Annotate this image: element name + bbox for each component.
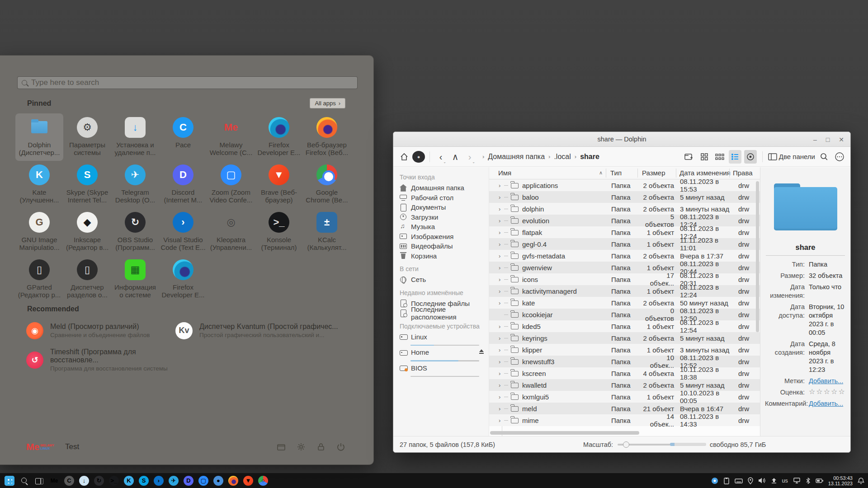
expander-icon[interactable]: › (499, 394, 504, 400)
expander-icon[interactable]: › (499, 229, 504, 236)
breadcrumb-item[interactable]: › .local (548, 153, 571, 161)
taskbar-app-icon[interactable]: C (63, 475, 75, 487)
expander-icon[interactable]: › (499, 417, 504, 424)
info-value[interactable]: Папка (809, 260, 846, 269)
taskbar-app-icon[interactable] (227, 475, 239, 487)
sidebar-recent-item[interactable]: Последние расположения (400, 308, 489, 318)
app-tile[interactable]: ↻ OBS Studio (Программ... (111, 208, 159, 256)
info-value[interactable]: Добавить... (809, 377, 846, 385)
maximize-button[interactable]: □ (826, 136, 830, 143)
app-tile[interactable]: Firefox Developer E... (159, 256, 207, 303)
settings-gear-icon[interactable] (297, 442, 306, 451)
app-tile[interactable]: ▼ Brave (Веб-браузер) (255, 161, 303, 208)
taskbar-app-icon[interactable] (4, 475, 15, 487)
info-value[interactable]: Среда, 8 ноября 2023 г. в 12:23 (809, 340, 846, 374)
sidebar-place-item[interactable]: Корзина (400, 251, 489, 261)
volume-icon[interactable] (758, 477, 766, 484)
app-tile[interactable]: › Visual Studio Code (Text E... (159, 208, 207, 256)
network-icon[interactable] (793, 477, 801, 484)
hamburger-menu-icon[interactable] (833, 150, 846, 164)
expander-icon[interactable]: › (499, 182, 504, 189)
app-tile[interactable]: ▯ Диспетчер разделов о... (63, 256, 111, 303)
power-icon[interactable] (336, 442, 345, 451)
taskbar-app-icon[interactable]: D (183, 475, 194, 487)
keyboard-layout-indicator[interactable]: us (782, 478, 788, 484)
info-value[interactable]: Только что (809, 283, 846, 300)
taskbar-app-icon[interactable]: K (123, 475, 135, 487)
app-tile[interactable]: ◆ Inkscape (Редактор в... (63, 208, 111, 256)
expander-icon[interactable]: › (499, 206, 504, 212)
expander-icon[interactable]: › (499, 253, 504, 259)
expander-icon[interactable]: › (499, 370, 504, 377)
sidebar-place-item[interactable]: Домашняя папка (400, 183, 489, 193)
expander-icon[interactable]: › (499, 264, 504, 271)
sidebar-device-item[interactable]: Home (400, 347, 489, 363)
expander-icon[interactable]: › (499, 241, 504, 248)
sidebar-place-item[interactable]: Изображения (400, 232, 489, 242)
table-row[interactable]: › kxmlgui5 Папка 1 объект 10.10.2023 в 0… (489, 391, 760, 403)
close-button[interactable]: ✕ (839, 136, 844, 143)
info-value[interactable]: Вторник, 10 октября 2023 г. в 00:05 (809, 303, 846, 337)
column-header-name[interactable]: Имя (498, 169, 511, 177)
app-tile[interactable]: D Discord (Internet M... (159, 161, 207, 208)
app-tile[interactable]: ↓ Установка и удаление п... (111, 113, 159, 161)
sidebar-place-item[interactable]: Загрузки (400, 212, 489, 222)
taskbar-app-icon[interactable]: S (138, 475, 150, 487)
notifications-bell-icon[interactable] (858, 477, 864, 484)
preview-toggle-icon[interactable] (744, 150, 757, 164)
taskbar-app-icon[interactable]: ● (212, 475, 224, 487)
taskbar-app-icon[interactable]: › (153, 475, 165, 487)
forward-button[interactable]: ›⌄ (463, 150, 476, 164)
recommended-item[interactable]: Kv Диспетчер Kvantum (Простой графичес..… (175, 316, 347, 345)
expander-icon[interactable]: › (499, 382, 504, 389)
expander-icon[interactable]: › (499, 358, 504, 365)
app-tile[interactable]: Firefox Developer E... (255, 113, 303, 161)
info-value[interactable]: Добавить... (809, 399, 846, 408)
app-tile[interactable]: S Skype (Skype Internet Tel... (63, 161, 111, 208)
taskbar-app-icon[interactable]: ○ (257, 475, 269, 487)
app-tile[interactable]: G GNU Image Manipulatio... (15, 208, 63, 256)
user-name[interactable]: Test (65, 442, 79, 451)
table-row[interactable]: › applications Папка 2 объекта 08.11.202… (489, 179, 760, 191)
app-tile[interactable]: ◎ Kleopatra (Управлени... (207, 208, 255, 256)
files-icon[interactable] (277, 442, 286, 451)
eject-icon[interactable] (479, 349, 484, 354)
app-tile[interactable]: Веб-браузер Firefox (Веб... (303, 113, 351, 161)
recommended-item[interactable]: ◉ Meld (Просмотр различий) Сравнение и о… (26, 316, 175, 345)
app-tile[interactable]: ▢ Zoom (Zoom Video Confe... (207, 161, 255, 208)
taskbar-app-icon[interactable]: ▼ (242, 475, 254, 487)
app-tile[interactable]: >_ Konsole (Терминал) (255, 208, 303, 256)
new-tab-icon[interactable] (683, 150, 695, 164)
table-row[interactable]: › kactivitymanagerd Папка 1 объект 08.11… (489, 285, 760, 297)
bluetooth-icon[interactable] (806, 477, 811, 484)
app-tile[interactable]: ▦ Информация о системе (111, 256, 159, 303)
info-value[interactable]: 32 объекта (809, 272, 846, 280)
sidebar-remote-item[interactable]: Сеть (400, 275, 489, 285)
zoom-slider[interactable] (618, 444, 672, 446)
table-row[interactable]: › kded5 Папка 1 объект 08.11.2023 в 12:5… (489, 320, 760, 332)
sidebar-place-item[interactable]: Видеофайлы (400, 241, 489, 251)
icons-view-icon[interactable] (698, 150, 711, 164)
expander-icon[interactable]: › (499, 335, 504, 342)
expander-icon[interactable]: › (499, 323, 504, 330)
expander-icon[interactable]: › (499, 194, 504, 201)
expander-icon[interactable]: › (499, 347, 504, 353)
taskbar-app-icon[interactable]: ▢ (198, 475, 209, 487)
column-header-perms[interactable]: Права (733, 169, 753, 177)
home-icon[interactable] (398, 150, 410, 164)
keyboard-icon[interactable] (735, 478, 743, 484)
app-tile[interactable]: Google Chrome (Be... (303, 161, 351, 208)
up-button[interactable]: ∧ (449, 150, 462, 164)
column-header-type[interactable]: Тип (610, 169, 622, 177)
clock[interactable]: 00:53:43 13.11.2023 (828, 475, 853, 486)
expander-icon[interactable]: › (499, 288, 504, 295)
zoom-slider-knob[interactable] (623, 441, 629, 448)
taskbar-app-icon[interactable] (33, 475, 45, 487)
app-tile[interactable]: K Kate (Улучшенн... (15, 161, 63, 208)
sidebar-place-item[interactable]: Музыка (400, 222, 489, 232)
app-tile[interactable]: C Pace (159, 113, 207, 161)
column-header-size[interactable]: Размер (642, 169, 665, 177)
app-tile[interactable]: ⚙ Параметры системы (63, 113, 111, 161)
app-tile[interactable]: ▯ GParted (Редактор р... (15, 256, 63, 303)
search-icon[interactable] (818, 150, 830, 164)
